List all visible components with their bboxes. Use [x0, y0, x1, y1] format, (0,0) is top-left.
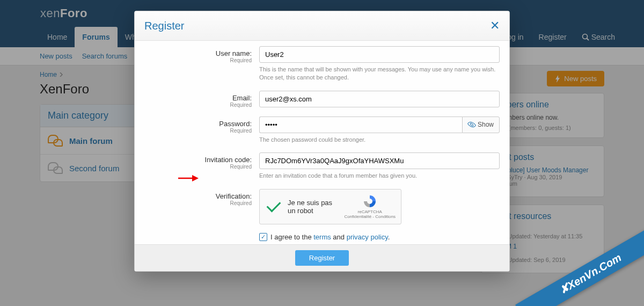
field-email: Email: Required: [135, 85, 509, 111]
verification-label: Verification:: [216, 192, 252, 200]
password-label: Password:: [219, 120, 252, 128]
required-text: Required: [144, 128, 252, 134]
field-agree: ✓ I agree to the terms and privacy polic…: [135, 228, 509, 244]
agree-row: ✓ I agree to the terms and privacy polic…: [259, 233, 500, 241]
invitation-code-input[interactable]: [259, 152, 500, 169]
invitation-label: Invitation code:: [205, 156, 252, 164]
agree-text: I agree to the: [270, 233, 313, 241]
required-text: Required: [144, 102, 252, 108]
captcha-text: Je ne suis pas un robot: [288, 199, 339, 215]
username-label: User name:: [216, 49, 252, 57]
password-hint: The chosen password could be stronger.: [259, 136, 500, 144]
field-username: User name: Required This is the name tha…: [135, 41, 509, 85]
recaptcha-badge: reCAPTCHA Confidentialité - Conditions: [344, 194, 396, 219]
show-password-button[interactable]: Show: [462, 116, 500, 133]
svg-marker-3: [192, 175, 199, 181]
modal-overlay: Register ✕ User name: Required This is t…: [0, 0, 644, 306]
register-button[interactable]: Register: [295, 250, 349, 266]
email-input[interactable]: [259, 91, 500, 107]
register-modal: Register ✕ User name: Required This is t…: [134, 11, 510, 272]
recaptcha-widget[interactable]: Je ne suis pas un robot reCAPTCHA Confid…: [259, 189, 401, 224]
privacy-link[interactable]: privacy policy: [347, 233, 388, 241]
modal-footer: Register: [135, 244, 509, 271]
close-icon[interactable]: ✕: [490, 19, 500, 33]
page-root: xenForo Home Forums What's new Log in Re…: [0, 0, 644, 306]
invitation-hint: Enter an invitation code that a forum me…: [259, 172, 500, 180]
terms-link[interactable]: terms: [313, 233, 331, 241]
field-password: Password: Required Show The chosen passw…: [135, 111, 509, 147]
username-input[interactable]: [259, 46, 500, 63]
required-text: Required: [144, 57, 252, 63]
modal-header: Register ✕: [135, 11, 509, 41]
modal-body: User name: Required This is the name tha…: [135, 41, 509, 244]
highlight-arrow: [178, 174, 199, 182]
password-input[interactable]: [259, 116, 462, 133]
email-label: Email:: [232, 94, 252, 102]
agree-checkbox[interactable]: ✓: [259, 233, 267, 241]
check-icon: [267, 198, 281, 212]
required-text: Required: [144, 200, 252, 206]
modal-title: Register: [144, 20, 184, 32]
eye-icon: [467, 120, 476, 129]
required-text: Required: [144, 164, 252, 170]
username-hint: This is the name that will be shown with…: [259, 65, 500, 82]
field-verification: Verification: Required Je ne suis pas un…: [135, 184, 509, 228]
